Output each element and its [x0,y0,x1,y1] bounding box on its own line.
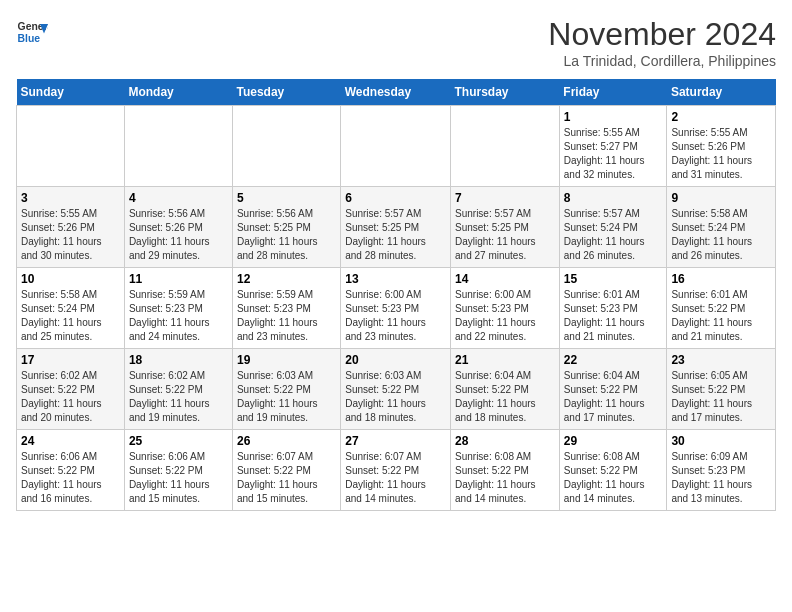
day-info: Sunrise: 6:08 AM Sunset: 5:22 PM Dayligh… [564,450,663,506]
page-header: General Blue November 2024 La Trinidad, … [16,16,776,69]
day-number: 19 [237,353,336,367]
weekday-header-row: SundayMondayTuesdayWednesdayThursdayFrid… [17,79,776,106]
day-info: Sunrise: 6:09 AM Sunset: 5:23 PM Dayligh… [671,450,771,506]
weekday-header-tuesday: Tuesday [232,79,340,106]
day-number: 28 [455,434,555,448]
day-number: 14 [455,272,555,286]
day-number: 9 [671,191,771,205]
day-number: 10 [21,272,120,286]
day-info: Sunrise: 6:07 AM Sunset: 5:22 PM Dayligh… [345,450,446,506]
day-info: Sunrise: 6:02 AM Sunset: 5:22 PM Dayligh… [21,369,120,425]
calendar-cell: 21Sunrise: 6:04 AM Sunset: 5:22 PM Dayli… [451,349,560,430]
calendar-cell [124,106,232,187]
calendar-cell: 13Sunrise: 6:00 AM Sunset: 5:23 PM Dayli… [341,268,451,349]
weekday-header-saturday: Saturday [667,79,776,106]
week-row-2: 3Sunrise: 5:55 AM Sunset: 5:26 PM Daylig… [17,187,776,268]
day-number: 24 [21,434,120,448]
calendar-cell [232,106,340,187]
day-number: 26 [237,434,336,448]
calendar-cell: 15Sunrise: 6:01 AM Sunset: 5:23 PM Dayli… [559,268,667,349]
day-info: Sunrise: 6:04 AM Sunset: 5:22 PM Dayligh… [564,369,663,425]
calendar-cell: 1Sunrise: 5:55 AM Sunset: 5:27 PM Daylig… [559,106,667,187]
calendar-cell: 28Sunrise: 6:08 AM Sunset: 5:22 PM Dayli… [451,430,560,511]
month-title: November 2024 [548,16,776,53]
calendar-cell: 3Sunrise: 5:55 AM Sunset: 5:26 PM Daylig… [17,187,125,268]
day-number: 6 [345,191,446,205]
day-info: Sunrise: 6:03 AM Sunset: 5:22 PM Dayligh… [345,369,446,425]
day-number: 11 [129,272,228,286]
logo-icon: General Blue [16,16,48,48]
weekday-header-wednesday: Wednesday [341,79,451,106]
day-number: 13 [345,272,446,286]
calendar-cell: 19Sunrise: 6:03 AM Sunset: 5:22 PM Dayli… [232,349,340,430]
calendar-cell: 26Sunrise: 6:07 AM Sunset: 5:22 PM Dayli… [232,430,340,511]
day-info: Sunrise: 5:55 AM Sunset: 5:26 PM Dayligh… [671,126,771,182]
calendar-cell: 14Sunrise: 6:00 AM Sunset: 5:23 PM Dayli… [451,268,560,349]
day-info: Sunrise: 5:59 AM Sunset: 5:23 PM Dayligh… [129,288,228,344]
calendar-cell: 5Sunrise: 5:56 AM Sunset: 5:25 PM Daylig… [232,187,340,268]
day-info: Sunrise: 5:55 AM Sunset: 5:27 PM Dayligh… [564,126,663,182]
day-info: Sunrise: 5:56 AM Sunset: 5:25 PM Dayligh… [237,207,336,263]
day-info: Sunrise: 5:58 AM Sunset: 5:24 PM Dayligh… [671,207,771,263]
day-number: 16 [671,272,771,286]
calendar-cell: 2Sunrise: 5:55 AM Sunset: 5:26 PM Daylig… [667,106,776,187]
calendar-cell: 30Sunrise: 6:09 AM Sunset: 5:23 PM Dayli… [667,430,776,511]
day-number: 12 [237,272,336,286]
calendar-cell: 24Sunrise: 6:06 AM Sunset: 5:22 PM Dayli… [17,430,125,511]
day-info: Sunrise: 6:01 AM Sunset: 5:22 PM Dayligh… [671,288,771,344]
day-info: Sunrise: 6:03 AM Sunset: 5:22 PM Dayligh… [237,369,336,425]
day-info: Sunrise: 6:07 AM Sunset: 5:22 PM Dayligh… [237,450,336,506]
weekday-header-sunday: Sunday [17,79,125,106]
day-number: 20 [345,353,446,367]
day-number: 2 [671,110,771,124]
week-row-3: 10Sunrise: 5:58 AM Sunset: 5:24 PM Dayli… [17,268,776,349]
day-info: Sunrise: 6:02 AM Sunset: 5:22 PM Dayligh… [129,369,228,425]
calendar-table: SundayMondayTuesdayWednesdayThursdayFrid… [16,79,776,511]
day-number: 18 [129,353,228,367]
calendar-cell: 22Sunrise: 6:04 AM Sunset: 5:22 PM Dayli… [559,349,667,430]
day-number: 27 [345,434,446,448]
day-number: 7 [455,191,555,205]
day-number: 25 [129,434,228,448]
day-info: Sunrise: 5:57 AM Sunset: 5:25 PM Dayligh… [455,207,555,263]
calendar-cell: 10Sunrise: 5:58 AM Sunset: 5:24 PM Dayli… [17,268,125,349]
calendar-cell: 16Sunrise: 6:01 AM Sunset: 5:22 PM Dayli… [667,268,776,349]
day-info: Sunrise: 5:57 AM Sunset: 5:25 PM Dayligh… [345,207,446,263]
calendar-cell: 12Sunrise: 5:59 AM Sunset: 5:23 PM Dayli… [232,268,340,349]
week-row-5: 24Sunrise: 6:06 AM Sunset: 5:22 PM Dayli… [17,430,776,511]
calendar-cell: 11Sunrise: 5:59 AM Sunset: 5:23 PM Dayli… [124,268,232,349]
day-number: 29 [564,434,663,448]
day-info: Sunrise: 5:58 AM Sunset: 5:24 PM Dayligh… [21,288,120,344]
day-info: Sunrise: 5:59 AM Sunset: 5:23 PM Dayligh… [237,288,336,344]
day-number: 1 [564,110,663,124]
day-info: Sunrise: 5:56 AM Sunset: 5:26 PM Dayligh… [129,207,228,263]
day-info: Sunrise: 6:00 AM Sunset: 5:23 PM Dayligh… [455,288,555,344]
calendar-cell [17,106,125,187]
day-number: 22 [564,353,663,367]
calendar-cell: 4Sunrise: 5:56 AM Sunset: 5:26 PM Daylig… [124,187,232,268]
day-info: Sunrise: 6:04 AM Sunset: 5:22 PM Dayligh… [455,369,555,425]
day-info: Sunrise: 6:06 AM Sunset: 5:22 PM Dayligh… [129,450,228,506]
calendar-cell [451,106,560,187]
day-info: Sunrise: 6:00 AM Sunset: 5:23 PM Dayligh… [345,288,446,344]
day-number: 8 [564,191,663,205]
calendar-cell: 20Sunrise: 6:03 AM Sunset: 5:22 PM Dayli… [341,349,451,430]
week-row-4: 17Sunrise: 6:02 AM Sunset: 5:22 PM Dayli… [17,349,776,430]
calendar-cell: 17Sunrise: 6:02 AM Sunset: 5:22 PM Dayli… [17,349,125,430]
day-number: 30 [671,434,771,448]
day-number: 21 [455,353,555,367]
calendar-cell: 6Sunrise: 5:57 AM Sunset: 5:25 PM Daylig… [341,187,451,268]
weekday-header-monday: Monday [124,79,232,106]
logo: General Blue [16,16,48,48]
calendar-cell: 8Sunrise: 5:57 AM Sunset: 5:24 PM Daylig… [559,187,667,268]
calendar-cell: 7Sunrise: 5:57 AM Sunset: 5:25 PM Daylig… [451,187,560,268]
day-number: 3 [21,191,120,205]
weekday-header-friday: Friday [559,79,667,106]
calendar-cell: 29Sunrise: 6:08 AM Sunset: 5:22 PM Dayli… [559,430,667,511]
svg-text:Blue: Blue [18,33,41,44]
day-number: 4 [129,191,228,205]
calendar-cell: 23Sunrise: 6:05 AM Sunset: 5:22 PM Dayli… [667,349,776,430]
day-info: Sunrise: 6:08 AM Sunset: 5:22 PM Dayligh… [455,450,555,506]
calendar-cell: 18Sunrise: 6:02 AM Sunset: 5:22 PM Dayli… [124,349,232,430]
week-row-1: 1Sunrise: 5:55 AM Sunset: 5:27 PM Daylig… [17,106,776,187]
